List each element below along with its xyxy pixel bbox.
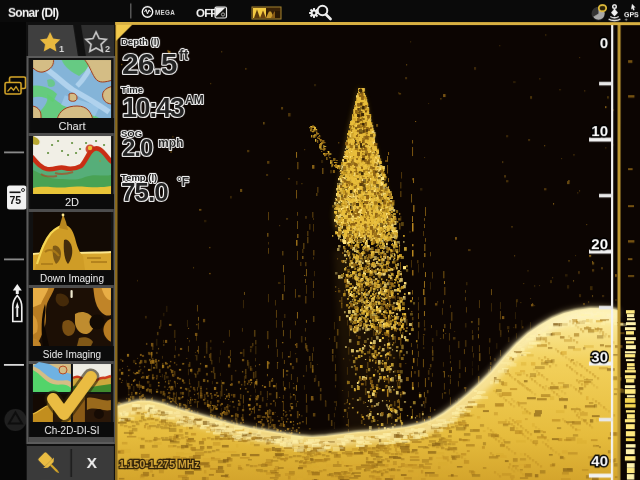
svg-text:75.0: 75.0: [121, 177, 168, 207]
svg-text:75: 75: [10, 194, 22, 206]
svg-text:MEGA: MEGA: [155, 8, 175, 15]
svg-text:2.0: 2.0: [122, 133, 153, 160]
svg-text:OFF: OFF: [196, 6, 217, 18]
svg-text:2: 2: [105, 44, 110, 54]
svg-text:Down Imaging: Down Imaging: [40, 272, 104, 283]
svg-text:ft: ft: [179, 47, 189, 63]
svg-text:10:43: 10:43: [122, 93, 185, 123]
svg-text:°F: °F: [177, 175, 189, 189]
svg-text:Ch-2D-DI-SI: Ch-2D-DI-SI: [44, 424, 99, 435]
svg-text:AM: AM: [185, 93, 204, 107]
svg-text:Side Imaging: Side Imaging: [43, 348, 101, 359]
svg-text:0: 0: [600, 34, 608, 51]
svg-text:+: +: [624, 16, 627, 22]
svg-text:40: 40: [591, 452, 608, 469]
svg-text:10: 10: [591, 122, 608, 139]
svg-text:26.5: 26.5: [122, 47, 177, 80]
svg-text:30: 30: [591, 348, 608, 365]
svg-text:Sonar (DI): Sonar (DI): [8, 5, 59, 19]
svg-text:20: 20: [591, 235, 608, 252]
svg-text:mph: mph: [158, 136, 183, 150]
svg-text:1.150-1.275 MHz: 1.150-1.275 MHz: [119, 458, 200, 470]
svg-text:Chart: Chart: [59, 120, 86, 132]
svg-text:2D: 2D: [65, 196, 79, 208]
svg-text:1: 1: [59, 44, 64, 54]
svg-text:X: X: [87, 454, 98, 471]
svg-text:Depth (l): Depth (l): [121, 35, 160, 46]
